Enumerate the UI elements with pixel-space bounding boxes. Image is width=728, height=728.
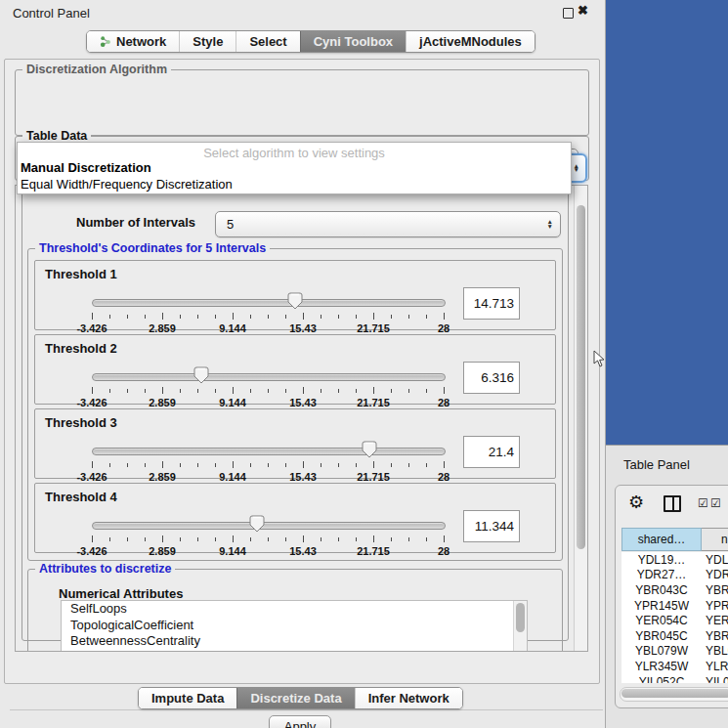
slider-tick [109,537,110,541]
algorithm-popup: Select algorithm to view settings Manual… [17,142,572,194]
list-scrollbar[interactable] [513,601,527,652]
tick-label: 15.43 [289,397,317,408]
slider-handle[interactable] [193,366,209,384]
tab-discretize-data[interactable]: Discretize Data [236,688,354,708]
tick-label: 21.715 [357,471,390,483]
slider-handle[interactable] [287,292,303,310]
algorithm-option-manual-discretization[interactable]: Manual Discretization [18,159,571,176]
tick-label: 2.859 [149,322,176,334]
table-row[interactable]: YPR145WYPR1 [621,598,728,614]
tick-label: -3.426 [76,397,107,408]
cell-name: YBR0 [702,629,728,643]
tick-label: 28 [438,397,450,408]
tick-label: 2.859 [149,545,176,557]
cell-name: YPR1 [702,599,728,613]
tab-jactivemnodules[interactable]: jActiveMNodules [406,31,535,52]
table-row[interactable]: YIL052CYIL0 [621,674,728,683]
slider-tick [109,389,110,393]
table-row[interactable]: YBR043CYBR0 [621,582,728,598]
network-icon [100,35,111,48]
checkbox-icon[interactable]: ☑ [710,496,721,510]
slider-tick [408,389,409,393]
table-panel: Table Panel ⚙ ☑ ☑ shared… n YDL19…YDL1YD… [606,445,728,728]
gear-icon[interactable]: ⚙ [628,492,644,513]
slider-tick [321,389,321,393]
number-of-intervals-combo[interactable]: 5 ▲▼ [215,211,561,237]
slider-ticks [92,387,444,396]
cell-shared-name: YER054C [621,614,702,627]
slider-tick [426,537,427,541]
apply-button[interactable]: Apply [269,715,331,728]
slider-tick [268,463,269,467]
slider-tick [285,463,286,467]
threshold-value-input[interactable]: 11.344 [463,510,520,542]
threshold-slider[interactable]: -3.4262.8599.14415.4321.71528 [92,445,444,486]
slider-tick [408,315,409,319]
scrollbar-thumb[interactable] [516,603,525,632]
slider-tick [92,387,93,394]
slider-tick [233,461,234,468]
slider-tick [145,389,146,393]
threshold-slider[interactable]: -3.4262.8599.14415.4321.71528 [92,519,444,560]
algorithm-option-equal-width-frequency-discretization[interactable]: Equal Width/Frequency Discretization [18,176,571,193]
slider-track[interactable] [92,299,446,307]
tab-impute-data[interactable]: Impute Data [139,688,236,708]
table-row[interactable]: YBR045CYBR0 [621,628,728,644]
tick-label: -3.426 [76,322,107,334]
threshold-value-input[interactable]: 14.713 [463,287,520,320]
float-window-icon[interactable] [563,8,574,19]
slider-tick [109,315,110,319]
slider-tick [303,461,304,468]
close-icon[interactable]: ✖ [578,3,588,18]
tab-network[interactable]: Network [87,31,179,52]
slider-tick [127,537,128,541]
slider-tick [180,463,181,467]
threshold-value-input[interactable]: 6.316 [463,362,520,394]
cell-name: YDR2 [702,568,728,581]
tab-style[interactable]: Style [179,31,236,52]
split-view-icon[interactable] [664,495,681,512]
threshold-slider[interactable]: -3.4262.8599.14415.4321.71528 [92,296,444,337]
slider-tick [391,389,392,393]
table-rows: YDL19…YDL1YDR27…YDR2YBR043CYBR0YPR145WYP… [621,552,728,683]
column-header-shared[interactable]: shared… [621,528,702,551]
scrollbar-thumb[interactable] [621,689,728,698]
tab-label: Select [249,34,286,49]
attribute-item-topologicalcoefficient[interactable]: TopologicalCoefficient [62,618,527,634]
cell-name: YER0 [702,614,728,627]
threshold-slider[interactable]: -3.4262.8599.14415.4321.71528 [92,370,444,411]
table-row[interactable]: YDL19…YDL1 [621,552,728,568]
tab-infer-network[interactable]: Infer Network [355,688,462,708]
table-row[interactable]: YDR27…YDR2 [621,568,728,583]
scrollbar-thumb[interactable] [577,205,585,549]
slider-tick [444,313,445,320]
numerical-attributes-label: Numerical Attributes [59,586,183,601]
slider-track[interactable] [92,373,446,381]
table-row[interactable]: YBL079WYBL0 [621,644,728,660]
slider-handle[interactable] [362,441,377,458]
slider-handle[interactable] [249,515,265,533]
slider-tick [444,535,445,542]
slider-tick [444,461,445,468]
threshold-value-input[interactable]: 21.4 [463,436,520,468]
threshold-label: Threshold 1 [45,267,117,281]
slider-tick [321,315,321,319]
slider-tick [197,389,198,393]
attribute-item-selfloops[interactable]: SelfLoops [62,601,527,618]
tab-cyni-toolbox[interactable]: Cyni Toolbox [300,31,406,52]
tab-label: Infer Network [368,691,450,706]
checkbox-icon[interactable]: ☑ [698,496,708,510]
table-row[interactable]: YLR345WYLR3 [621,659,728,674]
horizontal-scrollbar[interactable] [620,687,728,702]
slider-tick [373,313,374,320]
column-header-name[interactable]: n [702,528,728,551]
slider-track[interactable] [92,522,446,530]
settings-scrollbar[interactable] [574,186,587,651]
tab-select[interactable]: Select [236,31,299,52]
slider-tick [338,537,339,541]
table-row[interactable]: YER054CYER0 [621,613,728,628]
slider-tick [180,537,181,541]
slider-track[interactable] [92,448,446,455]
attribute-item-betweennesscentrality[interactable]: BetweennessCentrality [62,633,527,650]
tab-label: Impute Data [151,691,224,706]
